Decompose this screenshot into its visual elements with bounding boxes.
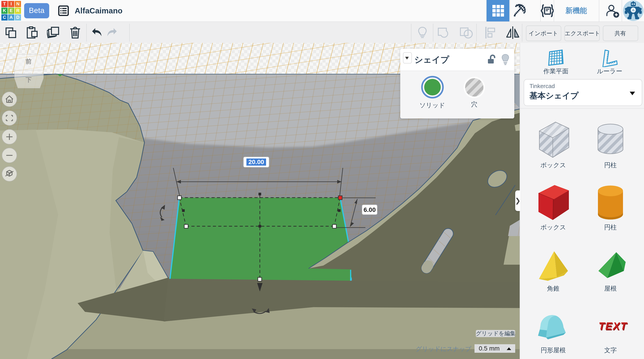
svg-text:20.00: 20.00 — [248, 158, 264, 166]
svg-text:前: 前 — [26, 58, 32, 65]
svg-text:6.00: 6.00 — [364, 206, 376, 213]
svg-text:下: 下 — [26, 76, 32, 83]
